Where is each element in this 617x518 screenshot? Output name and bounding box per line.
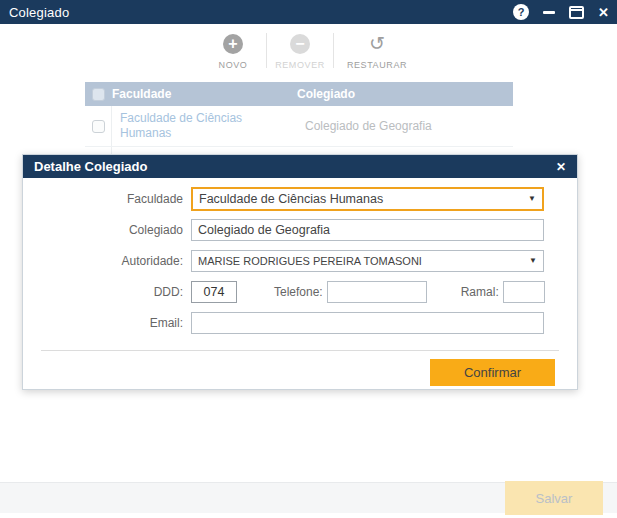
dialog-title: Detalhe Colegiado [23,159,147,174]
detalhe-colegiado-dialog: Detalhe Colegiado ✕ Faculdade Faculdade … [22,154,578,390]
chevron-down-icon: ▼ [529,256,537,265]
autoridade-field-row: Autoridade: MARISE RODRIGUES PEREIRA TOM… [23,249,577,272]
telefone-input[interactable] [327,281,427,303]
novo-button[interactable]: + NOVO [200,31,266,70]
dialog-titlebar: Detalhe Colegiado ✕ [23,155,577,178]
autoridade-label: Autoridade: [23,254,183,268]
ramal-label: Ramal: [461,285,499,299]
dialog-actions: Confirmar [23,351,577,386]
row-checkbox[interactable] [92,120,105,133]
restaurar-label: RESTAURAR [347,60,407,70]
confirmar-button[interactable]: Confirmar [430,359,555,386]
phone-field-row: DDD: Telefone: Ramal: [23,280,577,303]
faculdade-label: Faculdade [23,192,183,206]
ddd-input[interactable] [191,281,237,303]
telefone-label: Telefone: [274,285,323,299]
email-label: Email: [23,316,183,330]
minimize-icon[interactable] [543,11,555,14]
cell-faculdade: Faculdade de Ciências Humanas [120,111,293,141]
salvar-button[interactable]: Salvar [505,481,603,515]
dialog-close-icon[interactable]: ✕ [556,160,566,174]
autoridade-select[interactable]: MARISE RODRIGUES PEREIRA TOMASONI ▼ [191,250,544,272]
ddd-label: DDD: [23,285,183,299]
column-header-faculdade: Faculdade [112,87,297,101]
window-title: Colegiado [0,5,69,20]
window-titlebar: Colegiado ? ✕ [0,0,617,24]
dialog-body: Faculdade Faculdade de Ciências Humanas … [23,178,577,386]
faculdade-field-row: Faculdade Faculdade de Ciências Humanas … [23,187,577,210]
autoridade-selected-value: MARISE RODRIGUES PEREIRA TOMASONI [198,255,525,267]
column-header-colegiado: Colegiado [297,87,513,101]
faculdade-selected-value: Faculdade de Ciências Humanas [199,192,524,206]
restore-history-icon: ↻ [369,34,385,54]
minus-circle-icon: − [290,34,310,54]
toolbar: + NOVO − REMOVER ↻ RESTAURAR [200,31,420,70]
remover-label: REMOVER [275,60,325,70]
select-all-checkbox[interactable] [92,88,105,101]
novo-label: NOVO [219,60,248,70]
close-icon[interactable]: ✕ [598,5,609,20]
table-header-row: Faculdade Colegiado [85,82,513,106]
chevron-down-icon: ▼ [528,194,536,203]
email-field-row: Email: [23,311,577,334]
window-controls: ? ✕ [513,0,609,24]
help-icon[interactable]: ? [513,4,529,20]
restaurar-button[interactable]: ↻ RESTAURAR [334,31,420,70]
remover-button[interactable]: − REMOVER [267,31,333,70]
table-row[interactable]: Faculdade de Ciências Humanas Colegiado … [85,106,513,147]
colegiado-label: Colegiado [23,223,183,237]
email-input[interactable] [191,312,544,334]
plus-circle-icon: + [223,34,243,54]
restore-window-icon[interactable] [569,6,584,19]
cell-colegiado: Colegiado de Geografia [305,119,432,133]
ramal-input[interactable] [503,281,545,303]
colegiado-input[interactable] [191,219,544,241]
faculdade-select[interactable]: Faculdade de Ciências Humanas ▼ [191,187,544,211]
colegiado-window: Colegiado ? ✕ + NOVO − REMOVER ↻ RESTAUR… [0,0,617,518]
colegiado-field-row: Colegiado [23,218,577,241]
